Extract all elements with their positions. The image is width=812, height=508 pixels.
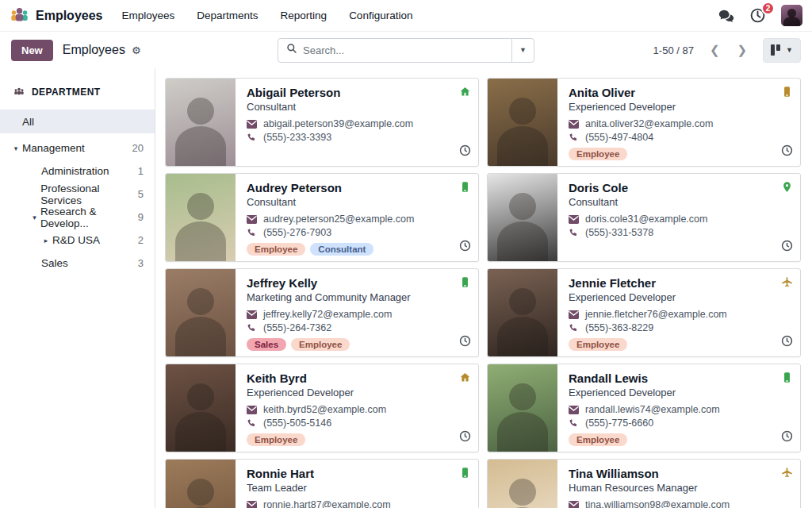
employee-phone[interactable]: (555)-505-5146: [263, 418, 331, 429]
employee-card[interactable]: Tina Williamson Human Resources Manager …: [487, 459, 801, 508]
pin-icon: [781, 181, 793, 193]
employee-email[interactable]: jeffrey.kelly72@example.com: [263, 309, 392, 320]
phone-icon: [247, 418, 257, 428]
sidebar-department-item[interactable]: ▾ Management 20: [0, 137, 155, 160]
employee-email[interactable]: abigail.peterson39@example.com: [263, 118, 413, 129]
employee-phone[interactable]: (555)-775-6660: [585, 418, 653, 429]
tree-caret-icon[interactable]: ▾: [11, 144, 21, 152]
nav-menu-item[interactable]: Configuration: [349, 10, 412, 21]
home-icon: [459, 86, 471, 98]
employee-card[interactable]: Jeffrey Kelly Marketing and Community Ma…: [165, 268, 479, 357]
nav-menu-item[interactable]: Reporting: [281, 10, 327, 21]
pager-next-icon[interactable]: ❯: [731, 41, 754, 59]
phone-icon: [569, 133, 579, 142]
tree-caret-icon[interactable]: ▸: [41, 237, 51, 244]
employee-phone[interactable]: (555)-276-7903: [263, 227, 331, 238]
employee-email[interactable]: randall.lewis74@example.com: [585, 404, 720, 415]
sidebar-department-item[interactable]: ▾ Research & Develop... 9: [0, 206, 155, 229]
employee-tags: EmployeeConsultant: [247, 243, 469, 256]
employee-tag[interactable]: Employee: [569, 433, 627, 446]
email-icon: [247, 406, 257, 414]
sidebar-department-item[interactable]: Administration 1: [0, 160, 155, 183]
phone-icon: [569, 323, 579, 333]
employee-tag[interactable]: Employee: [247, 243, 305, 256]
employee-tag[interactable]: Employee: [569, 338, 627, 351]
employee-card[interactable]: Jennie Fletcher Experienced Developer je…: [487, 268, 801, 357]
employee-phone[interactable]: (555)-264-7362: [263, 322, 331, 333]
employee-card[interactable]: Doris Cole Consultant doris.cole31@examp…: [487, 173, 801, 262]
email-icon: [569, 215, 579, 224]
employee-email[interactable]: keith.byrd52@example.com: [263, 404, 386, 415]
tree-caret-icon[interactable]: ▾: [30, 214, 39, 221]
mobile-icon: [459, 467, 471, 479]
nav-menu: EmployeesDepartmentsReportingConfigurati…: [121, 10, 412, 21]
phone-icon: [569, 228, 579, 237]
user-avatar[interactable]: [781, 5, 802, 26]
employee-email[interactable]: tina.williamson98@example.com: [585, 499, 730, 508]
sidebar-title: DEPARTMENT: [32, 87, 100, 98]
pager-prev-icon[interactable]: ❮: [703, 41, 726, 59]
sidebar-department-item[interactable]: Professional Services 5: [0, 183, 155, 206]
activity-clock-icon[interactable]: [781, 144, 793, 160]
employee-name: Anita Oliver: [569, 86, 791, 99]
employee-tag[interactable]: Employee: [291, 338, 350, 351]
employee-name: Audrey Peterson: [247, 181, 469, 194]
department-list: All ▾ Management 20 Administration 1 Pro…: [0, 110, 155, 275]
employee-phone[interactable]: (555)-331-5378: [585, 227, 653, 238]
employee-card[interactable]: Audrey Peterson Consultant audrey.peters…: [165, 173, 479, 262]
nav-menu-item[interactable]: Departments: [197, 10, 258, 21]
activity-clock-icon[interactable]: [781, 240, 793, 255]
sidebar-department-item[interactable]: All: [0, 110, 155, 133]
employee-job-title: Team Leader: [247, 482, 469, 494]
gear-icon[interactable]: ⚙: [132, 44, 141, 56]
department-sidebar: DEPARTMENT All ▾ Management 20 Administr…: [0, 68, 155, 508]
employee-job-title: Experienced Developer: [569, 101, 791, 113]
activity-clock-icon[interactable]: [459, 240, 471, 255]
department-label: Professional Services: [40, 183, 137, 206]
employee-tag[interactable]: Consultant: [310, 243, 373, 256]
employee-card[interactable]: Ronnie Hart Team Leader ronnie.hart87@ex…: [165, 459, 479, 508]
search-dropdown-caret-icon[interactable]: ▼: [511, 39, 534, 62]
app-switcher[interactable]: Employees: [10, 6, 102, 25]
employee-card[interactable]: Anita Oliver Experienced Developer anita…: [487, 78, 801, 167]
employee-phone[interactable]: (555)-363-8229: [585, 322, 653, 333]
employee-tags: Employee: [247, 433, 469, 446]
employee-email[interactable]: doris.cole31@example.com: [585, 214, 707, 225]
messages-icon[interactable]: [718, 7, 735, 25]
nav-menu-item[interactable]: Employees: [121, 10, 174, 21]
employee-email[interactable]: jennie.fletcher76@example.com: [585, 309, 727, 320]
top-nav: Employees EmployeesDepartmentsReportingC…: [0, 0, 812, 32]
employee-card[interactable]: Abigail Peterson Consultant abigail.pete…: [165, 78, 479, 167]
department-label: Sales: [41, 257, 68, 269]
activities-icon[interactable]: 2: [749, 7, 767, 25]
employee-card[interactable]: Keith Byrd Experienced Developer keith.b…: [165, 364, 479, 452]
employee-tag[interactable]: Employee: [569, 148, 627, 160]
new-button[interactable]: New: [11, 40, 53, 61]
activity-clock-icon[interactable]: [781, 335, 793, 350]
employee-email[interactable]: anita.oliver32@example.com: [585, 118, 713, 129]
activity-clock-icon[interactable]: [781, 430, 793, 445]
employee-photo: [166, 269, 236, 356]
view-switcher-button[interactable]: ▼: [763, 38, 801, 63]
search-input[interactable]: [303, 44, 511, 56]
department-label: All: [22, 116, 34, 128]
activity-clock-icon[interactable]: [459, 430, 471, 445]
activity-clock-icon[interactable]: [459, 144, 471, 160]
activity-clock-icon[interactable]: [459, 335, 471, 350]
sidebar-department-item[interactable]: ▸ R&D USA 2: [0, 229, 155, 252]
employee-job-title: Consultant: [247, 101, 469, 113]
employee-tag[interactable]: Employee: [247, 433, 305, 446]
activity-badge: 2: [761, 2, 775, 15]
sidebar-department-item[interactable]: Sales 3: [0, 252, 155, 275]
employee-card[interactable]: Randall Lewis Experienced Developer rand…: [487, 364, 801, 452]
employee-photo: [488, 79, 557, 166]
employee-email[interactable]: ronnie.hart87@example.com: [263, 499, 391, 508]
employee-phone[interactable]: (555)-497-4804: [585, 132, 653, 143]
employee-tags: Employee: [569, 433, 791, 446]
employee-email[interactable]: audrey.peterson25@example.com: [263, 214, 414, 225]
employee-phone[interactable]: (555)-233-3393: [263, 132, 331, 143]
app-name: Employees: [36, 9, 102, 23]
employee-tag[interactable]: Sales: [247, 338, 286, 351]
email-icon: [569, 501, 579, 508]
employee-job-title: Consultant: [569, 196, 791, 208]
